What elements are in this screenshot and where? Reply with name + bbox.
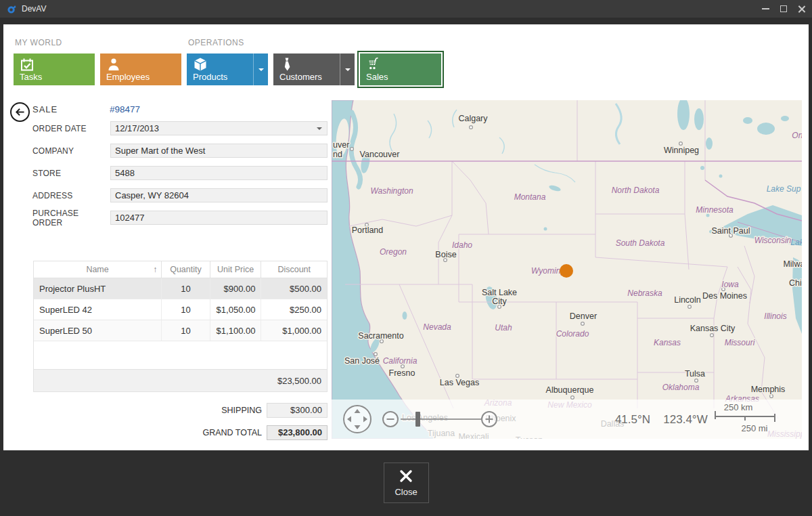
column-header-name[interactable]: Name↑ (34, 261, 162, 278)
city-marker (695, 379, 698, 383)
state-label: Ont (792, 131, 802, 140)
city-label: Des Moines (702, 291, 747, 301)
tile-employees[interactable]: Employees (100, 53, 181, 85)
titlebar: DevAV (0, 0, 812, 18)
store-field[interactable]: 5488 (110, 166, 328, 180)
address-field[interactable]: Casper, WY 82604 (110, 188, 328, 202)
zoom-slider-handle[interactable] (415, 412, 420, 427)
city-label: Portland (352, 225, 384, 235)
company-label: COMPANY (32, 146, 110, 156)
window-title: DevAV (22, 4, 46, 14)
close-window-icon[interactable] (798, 5, 805, 13)
state-label: Kansas (654, 338, 681, 347)
purchase-order-label: PURCHASE ORDER (32, 209, 110, 228)
state-label: Oklahoma (662, 383, 700, 392)
shipping-field[interactable]: $300.00 (267, 403, 328, 418)
state-label: Wisconsin (754, 236, 792, 245)
column-header-unit-price[interactable]: Unit Price (210, 261, 262, 278)
ribbon: MY WORLDTasksEmployeesOPERATIONSProducts… (14, 38, 441, 85)
cell-unit-price: $1,050.00 (210, 299, 262, 320)
ribbon-group-label: MY WORLD (15, 38, 181, 47)
city-marker (581, 322, 585, 326)
state-label: North Dakota (612, 186, 660, 195)
tile-sales[interactable]: Sales (360, 53, 441, 85)
minimize-icon[interactable] (762, 8, 769, 9)
city-marker (470, 126, 473, 129)
tile-customers[interactable]: Customers (273, 53, 355, 85)
close-button[interactable]: Close (384, 463, 429, 503)
cell-discount: $500.00 (261, 278, 327, 299)
sale-location-marker[interactable] (560, 264, 573, 278)
grand-total-label: GRAND TOTAL (202, 428, 262, 437)
water-label: Lak (790, 238, 802, 247)
zoom-out-button[interactable] (383, 412, 398, 427)
customers-dropdown-arrow[interactable] (340, 53, 355, 85)
city-label: Tulsa (685, 369, 705, 379)
tasks-icon (20, 57, 35, 72)
city-marker (456, 374, 459, 378)
state-label: Colorado (556, 329, 589, 339)
back-button[interactable] (10, 102, 30, 122)
tile-label: Employees (106, 72, 150, 82)
order-date-field[interactable]: 12/17/2013 (110, 121, 328, 135)
city-marker (688, 305, 692, 309)
ribbon-group-1: OPERATIONSProductsCustomersSales (187, 38, 441, 85)
city-label: City (492, 297, 507, 306)
latitude-readout: 41.5°N (615, 413, 650, 426)
cell-quantity: 10 (162, 299, 210, 320)
scale-mi-label: 250 mi (741, 423, 767, 433)
table-row[interactable]: Projector PlusHT10$900.00$500.00 (34, 278, 327, 299)
state-label: Montana (514, 192, 546, 202)
map-view[interactable]: CalgaryVancouverWinnipegPortlandBoiseSai… (332, 100, 802, 439)
city-label: Vancouver (360, 150, 400, 159)
city-label: Salt Lake (482, 288, 517, 297)
store-label: STORE (32, 169, 110, 178)
back-arrow-icon (14, 106, 26, 119)
city-label: Winnipeg (664, 146, 699, 155)
products-icon (193, 57, 208, 72)
cell-discount: $250.00 (261, 299, 327, 320)
table-row[interactable]: SuperLED 4210$1,050.00$250.00 (34, 299, 327, 320)
grand-total-field: $23,800.00 (267, 425, 328, 440)
column-header-discount[interactable]: Discount (261, 261, 327, 278)
sale-heading: SALE (32, 104, 110, 114)
city-marker (351, 148, 354, 151)
scale-bar (715, 411, 775, 422)
city-label: Chica (789, 278, 802, 288)
company-field[interactable]: Super Mart of the West (110, 144, 328, 158)
state-label: Minnesota (696, 205, 734, 215)
city-marker (571, 396, 574, 400)
city-marker (374, 353, 378, 356)
tile-products[interactable]: Products (187, 53, 268, 85)
state-label: South Dakota (616, 238, 665, 248)
city-label: Memphis (751, 385, 786, 394)
city-label: Sacramento (358, 331, 403, 341)
ribbon-group-label: OPERATIONS (188, 38, 441, 47)
products-dropdown-arrow[interactable] (253, 53, 268, 85)
employees-icon (106, 57, 121, 72)
city-label: Lincoln (674, 295, 701, 305)
sale-number: #98477 (110, 104, 140, 114)
shipping-label: SHIPPING (221, 406, 262, 415)
cell-quantity: 10 (162, 320, 210, 341)
map-pan-control[interactable] (344, 406, 371, 433)
column-header-quantity[interactable]: Quantity (162, 261, 210, 278)
cell-name: SuperLED 42 (34, 299, 162, 320)
purchase-order-field[interactable]: 102477 (110, 211, 328, 225)
zoom-in-button[interactable] (482, 412, 497, 427)
sale-form: ORDER DATE12/17/2013COMPANYSuper Mart of… (32, 121, 328, 233)
city-label: Albuquerque (546, 385, 594, 395)
cell-name: SuperLED 50 (34, 320, 162, 341)
cell-unit-price: $1,100.00 (210, 320, 262, 341)
maximize-icon[interactable] (780, 5, 787, 12)
items-table: Name↑QuantityUnit PriceDiscount Projecto… (33, 261, 328, 392)
longitude-readout: 123.4°W (663, 413, 707, 426)
state-label: Washington (370, 186, 413, 196)
tile-label: Sales (366, 72, 388, 82)
water-label: Lake Sup (767, 184, 801, 194)
tile-tasks[interactable]: Tasks (14, 53, 95, 85)
table-row[interactable]: SuperLED 5010$1,100.00$1,000.00 (34, 320, 327, 341)
tile-label: Products (193, 72, 227, 82)
combo-arrow-icon[interactable] (317, 127, 322, 130)
city-label: San José (344, 356, 380, 366)
